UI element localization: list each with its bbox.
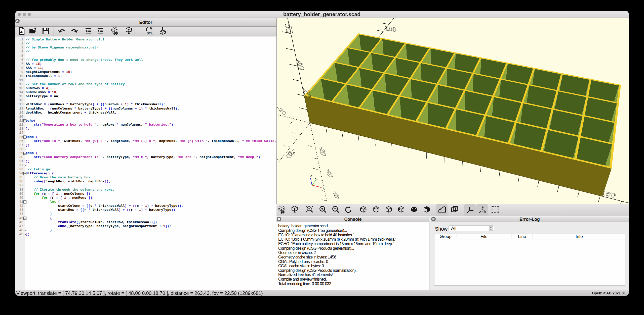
svg-text:z: z <box>310 174 312 178</box>
svg-text:60: 60 <box>283 23 296 35</box>
svg-text:STL: STL <box>147 31 153 35</box>
svg-text:-40: -40 <box>325 168 334 178</box>
svg-text:-20: -20 <box>317 146 328 157</box>
svg-text:-20: -20 <box>277 106 288 116</box>
svg-text:10: 10 <box>482 210 486 214</box>
svg-text:y: y <box>315 176 316 179</box>
svg-text:x: x <box>323 186 325 190</box>
svg-text:-60: -60 <box>332 190 341 199</box>
svg-text:40: 40 <box>294 59 306 71</box>
svg-text:100: 100 <box>385 24 397 34</box>
svg-text:-20: -20 <box>284 148 299 159</box>
